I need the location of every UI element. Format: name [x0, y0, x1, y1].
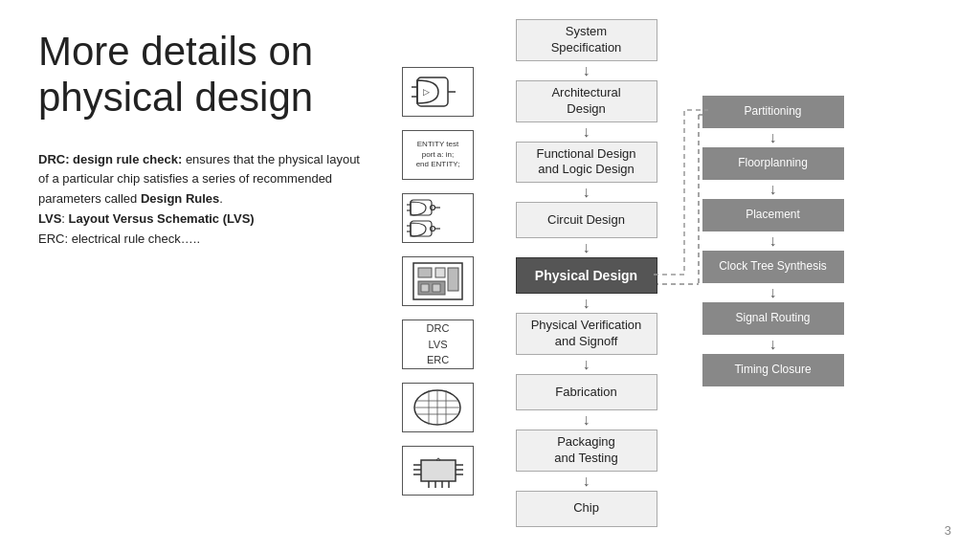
sub-arrow-2: ↓	[769, 182, 777, 197]
icon-wafer	[402, 383, 474, 432]
drc-icon-text: DRCLVSERC	[427, 320, 450, 368]
sub-arrow-3: ↓	[769, 233, 777, 249]
svg-rect-21	[448, 268, 458, 291]
svg-point-9	[431, 206, 435, 210]
svg-rect-3	[417, 77, 448, 106]
sub-box-timing-closure: Timing Closure	[702, 354, 844, 386]
erc-text: ERC: electrical rule check…..	[38, 230, 364, 250]
icon-gate: ▷	[402, 67, 474, 117]
flow-column: SystemSpecification ↓ ArchitecturalDesig…	[512, 19, 660, 527]
lvs-bold: Layout Versus Schematic (LVS)	[69, 211, 255, 226]
svg-text:▷: ▷	[423, 87, 430, 97]
flow-box-circuit: Circuit Design	[516, 202, 657, 238]
drc-end: .	[219, 191, 223, 206]
flow-box-fabrication: Fabrication	[516, 374, 657, 410]
slide: More details on physical design DRC: des…	[0, 0, 980, 551]
arrow-7: ↓	[583, 412, 590, 428]
svg-rect-24	[433, 284, 440, 292]
drc-label: DRC: design rule check:	[38, 152, 182, 166]
sub-arrow-1: ↓	[769, 130, 777, 145]
lvs-label: LVS	[38, 211, 61, 226]
flow-box-chip: Chip	[516, 491, 657, 527]
sub-box-placement: Placement	[702, 199, 844, 231]
design-rules-label: Design Rules	[141, 191, 219, 206]
sub-arrow-4: ↓	[769, 285, 777, 300]
flow-box-packaging: Packagingand Testing	[516, 430, 657, 472]
sub-box-signal-routing: Signal Routing	[702, 302, 844, 335]
flow-box-physical-design: Physical Design	[516, 257, 657, 294]
icon-logic	[402, 193, 474, 243]
diagram-area: ▷ ENTITY testport a: in;end ENTITY;	[402, 19, 967, 536]
sub-box-clock-tree: Clock Tree Synthesis	[702, 251, 844, 283]
lvs-text: :	[61, 211, 68, 226]
svg-point-11	[431, 227, 435, 231]
page-number: 3	[945, 523, 951, 538]
flow-box-system-spec: SystemSpecification	[516, 19, 657, 61]
icon-ic-package	[402, 446, 474, 496]
svg-rect-19	[418, 268, 432, 277]
flow-box-functional: Functional Designand Logic Design	[516, 142, 657, 184]
icon-column: ▷ ENTITY testport a: in;end ENTITY;	[402, 29, 479, 499]
svg-rect-23	[421, 284, 429, 292]
flow-box-architectural: ArchitecturalDesign	[516, 80, 657, 122]
icon-chip-layout	[402, 256, 474, 306]
svg-rect-32	[421, 460, 456, 481]
arrow-2: ↓	[583, 124, 590, 140]
arrow-6: ↓	[583, 357, 590, 372]
connector-svg	[402, 19, 967, 536]
sub-arrow-5: ↓	[769, 337, 777, 352]
sub-box-floorplanning: Floorplanning	[702, 147, 844, 180]
arrow-3: ↓	[583, 185, 590, 200]
dashed-connector-svg	[402, 19, 967, 536]
arrow-1: ↓	[583, 63, 590, 78]
page-title: More details on physical design	[38, 29, 383, 121]
entity-text: ENTITY testport a: in;end ENTITY;	[416, 140, 460, 169]
arrow-8: ↓	[583, 474, 590, 489]
description-block: DRC: design rule check: ensures that the…	[38, 150, 364, 250]
sub-flow-column: Partitioning ↓ Floorplanning ↓ Placement…	[699, 96, 847, 386]
sub-box-partitioning: Partitioning	[702, 96, 844, 128]
icon-entity: ENTITY testport a: in;end ENTITY;	[402, 130, 474, 180]
flow-box-verification: Physical Verificationand Signoff	[516, 313, 657, 355]
arrow-5: ↓	[583, 296, 590, 311]
svg-rect-20	[435, 268, 445, 277]
arrow-4: ↓	[583, 240, 590, 255]
icon-drc: DRCLVSERC	[402, 320, 474, 369]
